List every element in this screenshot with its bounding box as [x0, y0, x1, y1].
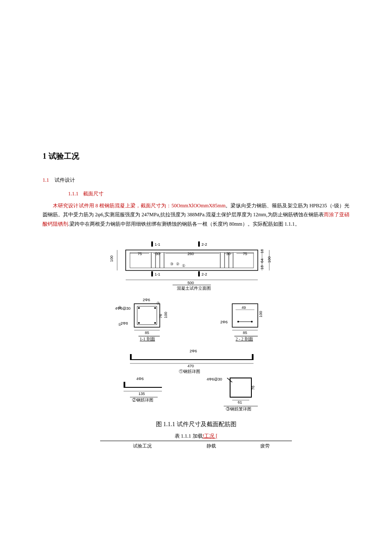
rebar-label: 4Φ6 [136, 377, 144, 381]
table-row: 试验工况 静载 疲劳 [100, 441, 292, 451]
svg-rect-0 [151, 241, 153, 247]
svg-rect-18 [198, 271, 200, 276]
figure-sublabel: 混凝土试件立面图 [177, 286, 211, 291]
dim: 30 [156, 252, 160, 256]
section-num: 1.1 [43, 177, 49, 183]
svg-rect-17 [151, 271, 153, 276]
cut-label: 2-2 [202, 272, 207, 276]
subsection-title: 截面尺寸 [83, 191, 104, 197]
text: .梁跨中在两根受力钢筋中部用细铁丝绑有测锈蚀的钢筋各一根（长度约 80mm）。实… [68, 221, 300, 227]
mark: ③ [170, 262, 173, 266]
dim: 85 [243, 331, 247, 335]
dim: 100 [259, 311, 263, 317]
cell: 静载 [185, 441, 239, 451]
rebar-label: 2Φ8 [121, 321, 128, 325]
svg-point-26 [138, 307, 140, 309]
mark: ① [118, 323, 121, 327]
dim: 61 [238, 400, 242, 404]
figure-sublabel: 1-1 剖面 [140, 337, 155, 341]
svg-point-27 [154, 307, 156, 309]
dim: 64 [260, 259, 264, 263]
dim: 76 [251, 386, 255, 390]
table-caption-text: 表 1.1.1 加载 [175, 433, 203, 439]
cut-label: 1-1 [155, 242, 160, 247]
load-condition-table: 试验工况 静载 疲劳 [100, 441, 292, 451]
cut-label: 1-1 [155, 272, 160, 276]
figure-sublabel: ②钢筋详图 [132, 398, 153, 402]
section-1-1-1-heading: 1.1.1 截面尺寸 [68, 189, 349, 199]
figure-caption: 图 1.1.1 试件尺寸及截面配筋图 [100, 419, 292, 430]
heading-1: 1 试验工况 [43, 149, 349, 163]
table-caption-error: !工况 [ [203, 433, 218, 439]
table-caption: 表 1.1.1 加载!工况 [ [100, 432, 292, 441]
mark: ② [176, 262, 179, 266]
dim: 85 [145, 331, 149, 335]
svg-rect-1 [198, 241, 200, 247]
cell: 试验工况 [100, 441, 185, 451]
specimen-diagram: 1-1 2-2 75 30 260 30 75 [100, 237, 292, 416]
cut-label: 2-2 [202, 242, 207, 247]
dim: 49 [242, 305, 246, 310]
svg-rect-24 [134, 304, 160, 327]
mark: ② [156, 301, 160, 305]
dim: 76 [159, 314, 163, 318]
svg-rect-43 [124, 382, 125, 388]
figure-sublabel: 2 - 2 剖面 [236, 337, 253, 341]
dim: 470 [187, 364, 194, 368]
svg-rect-40 [252, 354, 254, 360]
dim: 260 [187, 252, 194, 256]
mark: ① [182, 264, 185, 268]
mark: ③ [118, 305, 121, 310]
text-highlighted: 木研究设计试件用 8 根钢筋混凝上梁，截面尺寸为：50OmmXlOOmmX85m… [53, 203, 225, 209]
rebar-label: 2Φ6 [143, 298, 150, 302]
dim: 100 [267, 256, 271, 263]
dim: 500 [187, 281, 194, 285]
rebar-label: 2Φ6 [190, 349, 197, 353]
paragraph-body: 木研究设计试件用 8 根钢筋混凝上梁，截面尺寸为：50OmmXlOOmmX85m… [43, 201, 349, 229]
figure-sublabel: ③钢筋笼详图 [226, 407, 251, 411]
svg-rect-47 [230, 378, 251, 397]
dim: 100 [164, 312, 168, 318]
dim: 75 [243, 252, 247, 256]
dim: 18 [260, 265, 264, 270]
figure-sublabel: ①钢筋详图 [179, 369, 200, 374]
section-title: 试件设计 [55, 177, 75, 183]
rebar-label: 4Φ6@30 [115, 306, 130, 311]
svg-point-29 [154, 322, 156, 324]
svg-rect-25 [137, 306, 157, 325]
subsection-num: 1.1.1 [68, 191, 78, 197]
dim: 135 [138, 392, 145, 396]
dim: 18 [260, 249, 264, 253]
rebar-label: 2Φ6 [220, 320, 228, 324]
svg-rect-39 [130, 354, 132, 360]
dim: 30 [226, 252, 231, 256]
svg-point-28 [138, 322, 140, 324]
rebar-label: 4Φ6@30 [207, 377, 222, 381]
dim: 100 [110, 256, 114, 262]
cell: 疲劳 [238, 441, 292, 451]
section-1-1-heading: 1.1 试件设计 [43, 176, 349, 185]
dim: 75 [138, 252, 142, 256]
figure-1-1-1: 1-1 2-2 75 30 260 30 75 [100, 237, 292, 451]
